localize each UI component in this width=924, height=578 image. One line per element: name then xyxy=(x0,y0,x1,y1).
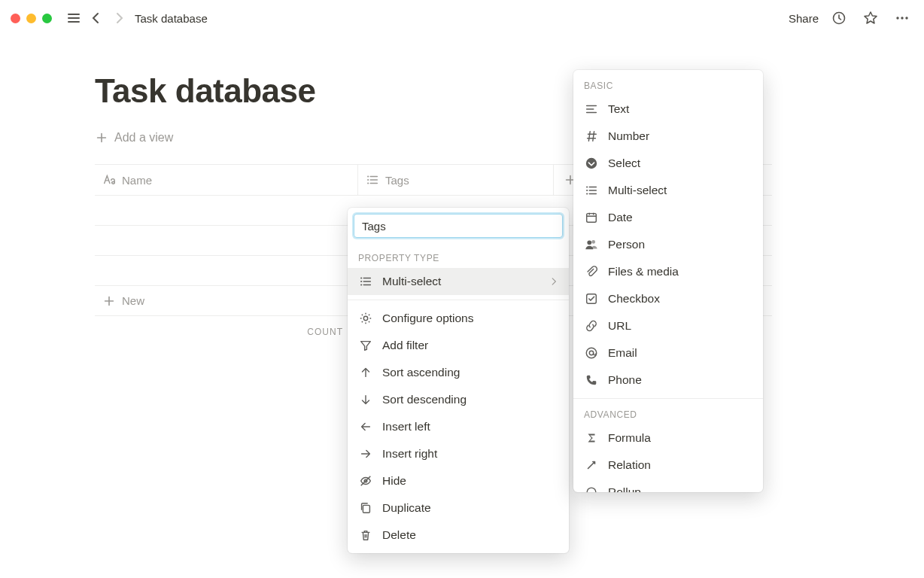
title-icon xyxy=(102,173,116,187)
filter-icon xyxy=(358,338,373,353)
arrow-left-icon xyxy=(358,419,373,434)
multi-select-icon xyxy=(584,183,599,198)
hide-property[interactable]: Hide xyxy=(348,467,569,494)
add-view-button[interactable]: Add a view xyxy=(95,131,173,144)
rollup-icon xyxy=(584,485,599,492)
hash-icon xyxy=(584,129,599,144)
at-icon xyxy=(584,345,599,360)
updates-icon[interactable] xyxy=(828,7,850,29)
type-date[interactable]: Date xyxy=(573,204,763,231)
type-multi-select[interactable]: Multi-select xyxy=(573,177,763,204)
type-url[interactable]: URL xyxy=(573,312,763,339)
delete-property[interactable]: Delete xyxy=(348,522,569,549)
type-relation[interactable]: Relation xyxy=(573,452,763,479)
property-type-row[interactable]: Multi-select xyxy=(348,268,569,295)
type-person[interactable]: Person xyxy=(573,231,763,258)
type-files[interactable]: Files & media xyxy=(573,258,763,285)
duplicate-icon xyxy=(358,500,373,516)
trash-icon xyxy=(358,528,373,543)
section-label-property-type: PROPERTY TYPE xyxy=(348,244,569,268)
breadcrumb[interactable]: Task database xyxy=(135,12,208,25)
type-formula[interactable]: Formula xyxy=(573,424,763,452)
plus-icon xyxy=(102,294,116,308)
plus-icon xyxy=(95,131,108,144)
sort-ascending[interactable]: Sort ascending xyxy=(348,359,569,386)
multi-select-icon xyxy=(358,274,373,289)
add-view-label: Add a view xyxy=(114,131,173,144)
eye-off-icon xyxy=(358,473,373,488)
property-menu: PROPERTY TYPE Multi-select Configure opt… xyxy=(348,208,569,553)
type-email[interactable]: Email xyxy=(573,339,763,367)
column-header-tags[interactable]: Tags xyxy=(358,165,554,195)
link-icon xyxy=(584,318,599,333)
relation-icon xyxy=(584,458,599,473)
property-name-input[interactable] xyxy=(354,214,563,238)
back-button[interactable] xyxy=(85,7,108,29)
configure-options[interactable]: Configure options xyxy=(348,305,569,332)
select-icon xyxy=(584,156,599,171)
person-icon xyxy=(584,237,599,252)
topbar: Task database Share xyxy=(0,0,924,36)
gear-icon xyxy=(358,311,373,326)
insert-right[interactable]: Insert right xyxy=(348,440,569,467)
section-label-advanced: ADVANCED xyxy=(573,403,763,424)
window-controls xyxy=(11,14,52,23)
add-filter[interactable]: Add filter xyxy=(348,332,569,359)
section-label-basic: BASIC xyxy=(573,70,763,96)
paperclip-icon xyxy=(584,264,599,279)
type-select[interactable]: Select xyxy=(573,150,763,177)
hamburger-icon[interactable] xyxy=(62,7,85,29)
more-icon[interactable] xyxy=(891,7,913,29)
text-icon xyxy=(584,102,599,117)
type-text[interactable]: Text xyxy=(573,96,763,123)
type-phone[interactable]: Phone xyxy=(573,367,763,394)
checkbox-icon xyxy=(584,291,599,306)
duplicate-property[interactable]: Duplicate xyxy=(348,494,569,522)
arrow-down-icon xyxy=(358,392,373,407)
forward-button xyxy=(108,7,130,29)
minimize-window[interactable] xyxy=(26,14,36,23)
calendar-icon xyxy=(584,210,599,225)
arrow-up-icon xyxy=(358,365,373,380)
type-checkbox[interactable]: Checkbox xyxy=(573,285,763,312)
phone-icon xyxy=(584,373,599,388)
share-button[interactable]: Share xyxy=(789,12,819,25)
sort-descending[interactable]: Sort descending xyxy=(348,386,569,413)
multi-select-icon xyxy=(366,173,379,187)
column-header-name[interactable]: Name xyxy=(95,165,358,195)
sigma-icon xyxy=(584,430,599,446)
type-number[interactable]: Number xyxy=(573,123,763,150)
property-type-submenu: BASIC Text Number Select Multi-select Da… xyxy=(573,70,763,492)
count-label: COUNT xyxy=(95,327,343,337)
arrow-right-icon xyxy=(358,446,373,461)
type-rollup[interactable]: Rollup xyxy=(573,479,763,492)
chevron-right-icon xyxy=(549,276,560,287)
insert-left[interactable]: Insert left xyxy=(348,413,569,440)
zoom-window[interactable] xyxy=(42,14,52,23)
close-window[interactable] xyxy=(11,14,20,23)
favorite-icon[interactable] xyxy=(859,7,882,29)
